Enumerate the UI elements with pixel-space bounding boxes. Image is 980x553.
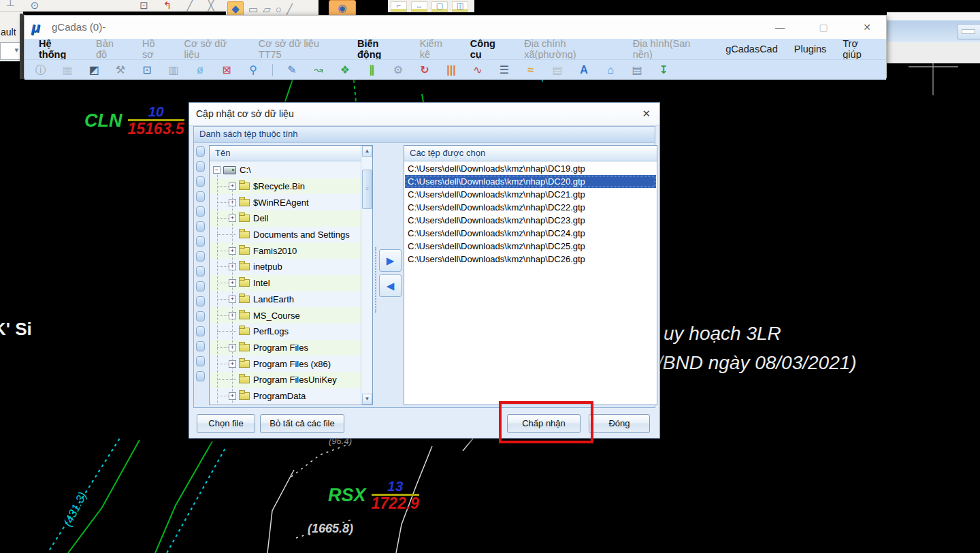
expand-icon[interactable]: +: [229, 344, 236, 351]
file-item-26[interactable]: C:\Users\dell\Downloads\kmz\nhap\DC26.gt…: [405, 253, 656, 266]
google-maps-icon[interactable]: ❖: [338, 63, 353, 78]
decorative-pill: [196, 161, 205, 172]
add-file-button[interactable]: ▶: [379, 249, 402, 272]
polyline-nodes-icon[interactable]: ∿: [470, 63, 485, 78]
minimize-button[interactable]: —: [773, 22, 787, 33]
menu-h-s[interactable]: Hồ sơ: [134, 38, 176, 60]
report-disabled-icon[interactable]: ▤: [550, 63, 565, 78]
maximize-button[interactable]: ▢: [817, 22, 830, 33]
tree-row-label: Dell: [253, 213, 268, 223]
menu-b-n[interactable]: Bản đồ: [88, 38, 134, 60]
cad-circle-points-icon[interactable]: ⊙: [31, 1, 39, 10]
remove-all-files-button[interactable]: Bỏ tất cả các file: [260, 414, 344, 433]
paragraph-icon[interactable]: ☰: [497, 63, 512, 78]
save-export-icon[interactable]: ↧: [656, 63, 671, 78]
expand-icon[interactable]: +: [229, 392, 236, 400]
wrench-icon[interactable]: ⚒: [113, 63, 128, 78]
route-icon[interactable]: ↝: [311, 63, 326, 78]
expand-icon[interactable]: +: [229, 296, 236, 303]
chart-wave-icon[interactable]: ≈: [523, 63, 538, 78]
file-item-20[interactable]: C:\Users\dell\Downloads\kmz\nhap\DC20.gt…: [405, 175, 656, 188]
cad-line-icon[interactable]: ╱: [186, 1, 193, 10]
parcel-polygon-icon[interactable]: ◩: [86, 63, 101, 78]
file-item-24[interactable]: C:\Users\dell\Downloads\kmz\nhap\DC24.gt…: [405, 227, 656, 240]
menu-gcadascad[interactable]: gCadasCad: [717, 44, 786, 54]
dimension-linear-icon[interactable]: ↔: [411, 1, 427, 12]
menu-bi-n-ng[interactable]: Biến động: [349, 38, 412, 60]
scrollbar-thumb[interactable]: ≡: [362, 170, 372, 209]
cad-segment-icon[interactable]: ╱: [287, 5, 293, 14]
remove-file-button[interactable]: ◀: [379, 274, 402, 297]
tree-row-label: Intel: [253, 278, 270, 288]
file-item-21[interactable]: C:\Users\dell\Downloads\kmz\nhap\DC21.gt…: [405, 188, 656, 201]
tree-row-c[interactable]: −C:\: [210, 162, 361, 178]
attribute-table-icon[interactable]: ▦: [60, 63, 75, 78]
expand-icon[interactable]: +: [229, 360, 236, 368]
hide-layer-icon[interactable]: ø: [193, 63, 208, 78]
parcel-number: 13: [372, 479, 419, 493]
cad-intersect-icon[interactable]: ╳: [208, 1, 214, 10]
edit-note-icon[interactable]: ✎: [284, 63, 299, 78]
menu-ki-m-k[interactable]: Kiểm kê: [412, 38, 462, 60]
text-style-icon[interactable]: A: [576, 63, 591, 78]
scroll-up-icon[interactable]: ▲: [362, 146, 372, 157]
select-bounds-icon[interactable]: ⊡: [140, 63, 154, 78]
dimension-volume-icon[interactable]: ◫: [452, 1, 468, 12]
menu-c-ng-c[interactable]: Công cụ: [462, 38, 516, 60]
scroll-down-icon[interactable]: ▼: [362, 394, 372, 405]
menu-a-h-nh-san-n-n[interactable]: Địa hình(San nền): [625, 38, 717, 60]
group-title: Danh sách tệp thuộc tính: [194, 127, 655, 143]
expand-icon[interactable]: +: [229, 215, 236, 222]
cad-delete-icon[interactable]: ↰: [163, 1, 172, 10]
expand-icon[interactable]: +: [229, 263, 236, 270]
expand-icon[interactable]: +: [229, 183, 236, 190]
menu-a-ch-nh-x-ph-ng[interactable]: Địa chính xã(phường): [516, 38, 624, 60]
gauge-bars-icon[interactable]: |||: [444, 63, 459, 78]
expand-icon[interactable]: +: [229, 279, 236, 287]
choose-file-button[interactable]: Chọn file: [197, 414, 255, 433]
remove-layers-icon[interactable]: ⊠: [219, 63, 234, 78]
tree-branch-line: [217, 347, 229, 348]
cad-ellipse-icon[interactable]: ○: [276, 5, 282, 14]
info-icon[interactable]: ⓘ: [33, 63, 48, 78]
table-columns-icon[interactable]: ▥: [166, 63, 181, 78]
cad-parallelogram-icon[interactable]: ▱: [263, 5, 271, 14]
cad-rect-icon[interactable]: ▭: [248, 5, 258, 14]
dimension-element-icon[interactable]: ⌐: [391, 1, 407, 12]
expand-icon[interactable]: +: [229, 199, 236, 206]
location-pin-icon[interactable]: ⚲: [246, 63, 261, 78]
dialog-titlebar[interactable]: Cập nhật cơ sở dữ liệu ✕: [189, 103, 659, 126]
file-item-22[interactable]: C:\Users\dell\Downloads\kmz\nhap\DC22.gt…: [405, 201, 656, 214]
expand-icon[interactable]: +: [229, 312, 236, 319]
dialog-close-icon[interactable]: ✕: [642, 108, 651, 120]
background-combo-box[interactable]: ▾: [0, 42, 20, 60]
menu-tr-gi-p[interactable]: Trợ giúp: [834, 38, 886, 60]
menu-c-s-d-li-u[interactable]: Cơ sở dữ liệu: [176, 38, 250, 60]
close-button[interactable]: Đóng: [589, 414, 650, 433]
parcel-label-cln: CLN1015163.5: [84, 105, 184, 137]
background-window-minimize-button[interactable]: [957, 24, 980, 40]
cad-modify-icon[interactable]: ⊡: [140, 1, 148, 10]
file-item-19[interactable]: C:\Users\dell\Downloads\kmz\nhap\DC19.gt…: [405, 162, 656, 175]
cad-tool-icon[interactable]: ┴: [7, 1, 14, 10]
dimension-shape-icon[interactable]: ▢: [431, 1, 448, 12]
menu-plugins[interactable]: Plugins: [786, 44, 835, 54]
file-item-25[interactable]: C:\Users\dell\Downloads\kmz\nhap\DC25.gt…: [405, 240, 656, 253]
close-button[interactable]: ✕: [860, 22, 874, 33]
home-export-icon[interactable]: ⌂: [603, 63, 618, 78]
file-item-23[interactable]: C:\Users\dell\Downloads\kmz\nhap\DC23.gt…: [405, 214, 656, 227]
document-lines-icon[interactable]: ▤: [630, 63, 644, 78]
tools-icon[interactable]: ⚙: [391, 63, 406, 78]
accept-button[interactable]: Chấp nhận: [507, 414, 581, 433]
decorative-pill: [196, 356, 205, 366]
selected-files-panel: Các tệp được chọn C:\Users\dell\Download…: [404, 145, 657, 405]
green-columns-icon[interactable]: ∥: [364, 63, 379, 78]
collapse-icon[interactable]: −: [213, 166, 220, 174]
tree-scrollbar[interactable]: ▲ ≡ ▼: [361, 146, 372, 405]
menu-h-th-ng[interactable]: Hệ thống: [31, 38, 88, 60]
menu-c-s-d-li-u-tt75[interactable]: Cơ sở dữ liệu TT75: [250, 38, 349, 60]
sync-location-icon[interactable]: ↻: [417, 63, 432, 78]
folder-tree-panel: Tên −C:\+$Recycle.Bin+$WinREAgent+DellDo…: [209, 145, 373, 405]
tree-connector-line: [217, 169, 218, 404]
expand-icon[interactable]: +: [229, 247, 236, 255]
